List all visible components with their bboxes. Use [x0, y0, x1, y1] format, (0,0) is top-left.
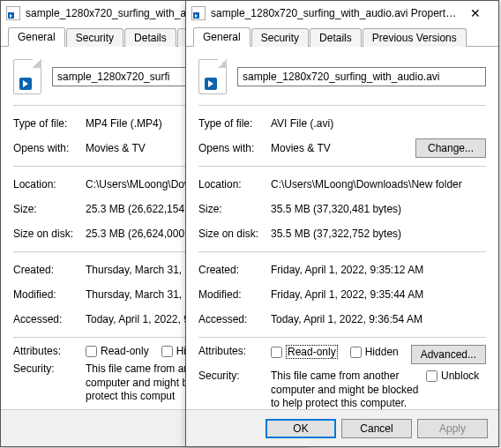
label-accessed: Accessed: — [13, 313, 80, 325]
checkbox-readonly[interactable]: Read-only — [271, 345, 338, 359]
file-type-icon — [198, 59, 227, 94]
close-button[interactable]: ✕ — [458, 1, 493, 26]
label-accessed: Accessed: — [198, 313, 265, 325]
tab-details[interactable]: Details — [310, 28, 362, 47]
label-type: Type of file: — [198, 117, 265, 130]
titlebar[interactable]: sample_1280x720_surfing_with_audio.avi P… — [186, 1, 498, 26]
properties-dialog-front: sample_1280x720_surfing_with_audio.avi P… — [185, 0, 499, 447]
tab-security[interactable]: Security — [251, 28, 309, 47]
value-opens: Movies & TV — [271, 142, 410, 154]
label-modified: Modified: — [13, 288, 80, 301]
label-location: Location: — [198, 178, 265, 190]
tab-security[interactable]: Security — [66, 28, 123, 47]
tab-previous-versions[interactable]: Previous Versions — [363, 28, 467, 47]
tab-details[interactable]: Details — [124, 28, 176, 47]
label-opens: Opens with: — [13, 142, 80, 154]
label-sizeondisk: Size on disk: — [198, 228, 265, 240]
label-size: Size: — [13, 203, 80, 215]
apply-button[interactable]: Apply — [417, 419, 488, 438]
label-security: Security: — [198, 370, 265, 382]
value-type: AVI File (.avi) — [271, 117, 486, 130]
checkbox-unblock[interactable]: Unblock — [426, 370, 479, 382]
checkbox-hidden[interactable]: Hidden — [350, 346, 399, 358]
window-title: sample_1280x720_surfing_with_audio.avi P… — [211, 7, 458, 19]
label-attributes: Attributes: — [198, 345, 265, 357]
value-modified: Friday, April 1, 2022, 9:35:44 AM — [271, 288, 486, 301]
tab-general[interactable]: General — [193, 27, 250, 47]
file-type-icon — [13, 59, 41, 94]
security-text: This file came from another computer and… — [271, 370, 421, 411]
advanced-button[interactable]: Advanced... — [411, 345, 486, 364]
tabstrip: General Security Details Previous Versio… — [186, 26, 498, 47]
cancel-button[interactable]: Cancel — [341, 419, 412, 438]
checkbox-readonly[interactable]: Read-only — [86, 345, 149, 357]
change-button[interactable]: Change... — [415, 138, 486, 158]
label-sizeondisk: Size on disk: — [13, 228, 80, 240]
dialog-footer: OK Cancel Apply — [186, 409, 498, 446]
video-file-icon — [191, 6, 206, 20]
label-type: Type of file: — [13, 117, 80, 130]
value-size: 35.5 MB (37,320,481 bytes) — [271, 203, 486, 215]
ok-button[interactable]: OK — [265, 419, 336, 438]
label-modified: Modified: — [198, 288, 265, 301]
label-created: Created: — [13, 264, 80, 276]
label-size: Size: — [198, 203, 265, 215]
video-file-icon — [6, 6, 20, 20]
value-location: C:\Users\MLoong\Downloads\New folder — [271, 178, 486, 190]
label-opens: Opens with: — [198, 142, 265, 154]
filename-input[interactable] — [237, 67, 486, 86]
label-created: Created: — [198, 264, 265, 276]
value-created: Friday, April 1, 2022, 9:35:12 AM — [271, 264, 486, 276]
label-attributes: Attributes: — [13, 345, 80, 357]
value-accessed: Today, April 1, 2022, 9:36:54 AM — [271, 313, 486, 325]
value-sizeondisk: 35.5 MB (37,322,752 bytes) — [271, 228, 486, 240]
tab-general[interactable]: General — [8, 27, 65, 47]
label-location: Location: — [13, 178, 80, 190]
label-security: Security: — [13, 362, 80, 375]
